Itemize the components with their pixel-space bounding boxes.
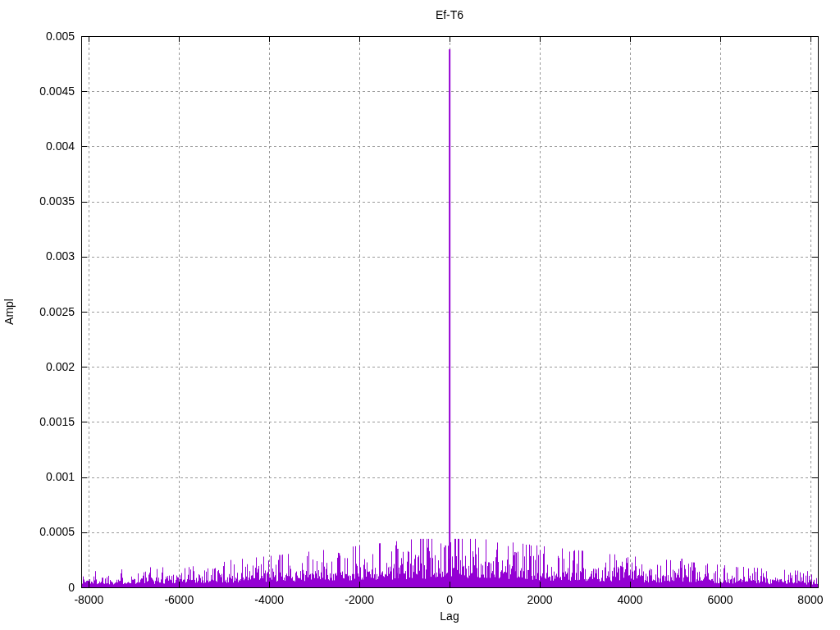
plot-area <box>0 0 840 630</box>
x-axis-label: Lag <box>81 609 818 623</box>
gnuplot-chart-window: Ef-T6 Ampl Lag 00.00050.0010.00150.0020.… <box>0 0 840 630</box>
chart-title: Ef-T6 <box>81 8 818 22</box>
y-axis-label: Ampl <box>2 271 16 353</box>
